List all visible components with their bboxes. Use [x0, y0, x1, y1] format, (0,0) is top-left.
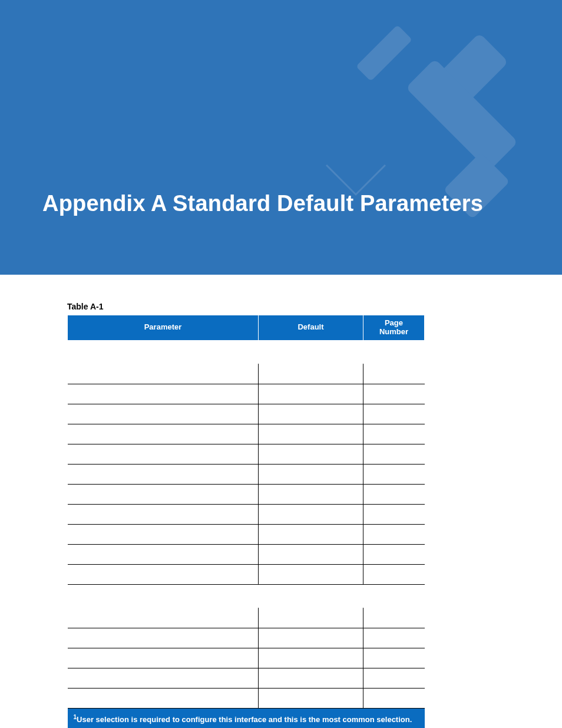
table-row [68, 544, 425, 564]
table-row [68, 688, 425, 708]
table-row [68, 668, 425, 688]
table-row [68, 464, 425, 484]
svg-rect-3 [356, 25, 412, 81]
content-area: Table A-1 Parameter Default Page Number [0, 275, 562, 728]
col-page-number: Page Number [363, 315, 425, 341]
table-row [68, 608, 425, 628]
page-title: Appendix A Standard Default Parameters [42, 191, 483, 216]
table-row [68, 424, 425, 444]
parameters-table: Parameter Default Page Number [67, 315, 425, 728]
svg-rect-0 [421, 33, 508, 120]
table-row [68, 364, 425, 384]
table-row [68, 484, 425, 504]
section-heading-row [68, 584, 425, 608]
footnote-text: User selection is required to configure … [77, 715, 412, 724]
col-default: Default [259, 315, 363, 341]
col-parameter: Parameter [68, 315, 259, 341]
table-row [68, 404, 425, 424]
svg-rect-1 [406, 59, 518, 172]
table-row [68, 384, 425, 404]
table-row [68, 648, 425, 668]
table-row [68, 628, 425, 648]
table-caption: Table A-1 [67, 302, 495, 311]
section-heading-row [68, 340, 425, 364]
table-row [68, 524, 425, 544]
table-header-row: Parameter Default Page Number [68, 315, 425, 341]
table-footnote-row: 1User selection is required to configure… [68, 708, 425, 728]
table-row [68, 504, 425, 524]
page-header: Appendix A Standard Default Parameters [0, 0, 562, 275]
table-row [68, 564, 425, 584]
table-row [68, 444, 425, 464]
